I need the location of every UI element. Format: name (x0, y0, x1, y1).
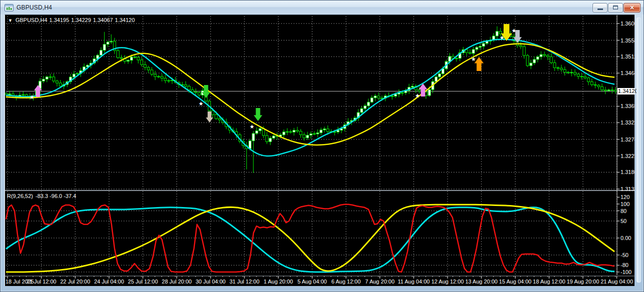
time-axis-label: 19 Aug 20:00 (566, 278, 599, 284)
candle-body (608, 90, 610, 91)
candle-body (476, 48, 478, 50)
candle-body (594, 84, 596, 85)
candle-body (496, 32, 498, 36)
signal-arrow-down (254, 108, 262, 121)
candle-body (391, 96, 394, 96)
price-axis-label: 1.32270 (620, 153, 635, 159)
candle-body (546, 56, 549, 57)
oscillator-yellow-line (6, 204, 614, 272)
candle-body (150, 70, 153, 74)
time-axis-label: 25 Jul 12:00 (128, 278, 158, 284)
close-button[interactable]: × (624, 3, 640, 12)
candle-body (303, 134, 306, 138)
time-axis-label: 28 Jul 20:00 (162, 278, 192, 284)
chart-collapse-icon[interactable]: ▼ (8, 18, 12, 23)
candle-body (574, 72, 576, 74)
candle-body (59, 83, 62, 86)
candle-body (523, 46, 526, 56)
signal-star: ★ (30, 94, 34, 100)
legend-close: 1.34120 (115, 17, 135, 23)
candle-body (614, 90, 617, 92)
time-axis-label: 22 Jul 20:00 (60, 278, 90, 284)
candle-body (364, 106, 366, 109)
time-axis-label: 13 Aug 20:00 (465, 278, 498, 284)
candle-body (533, 60, 536, 63)
time-axis-label: 30 Jul 04:00 (196, 278, 226, 284)
signal-star: ★ (250, 124, 254, 130)
legend-open: 1.34195 (50, 17, 70, 23)
candle-body (256, 130, 258, 133)
candle-body (604, 90, 606, 91)
osc-axis-label: -50 (620, 252, 628, 258)
candle-body (52, 77, 55, 81)
candle-body (580, 76, 583, 77)
restore-button[interactable] (608, 3, 623, 12)
candle-body (56, 81, 58, 83)
candle-body (567, 72, 570, 72)
candle-body (334, 132, 336, 132)
candle-body (479, 46, 482, 48)
candle-body (49, 77, 52, 78)
candle-body (292, 130, 295, 132)
legend-low: 1.34067 (93, 17, 113, 23)
chart-legend: ▼GBPUSD,H41.341951.342291.340671.34120 (8, 17, 137, 23)
candle-body (584, 76, 586, 78)
time-axis-label: 21 Aug 04:00 (600, 278, 633, 284)
candle-body (601, 86, 604, 90)
candle-body (266, 136, 268, 142)
window-titlebar[interactable]: GBPUSD,H4 × (0, 0, 644, 14)
price-axis-label: 1.35580 (620, 38, 635, 44)
price-axis-label: 1.36060 (620, 20, 635, 26)
candle-body (536, 56, 539, 60)
candle-body (326, 129, 329, 132)
chart-client-area: ★★★★★★★1.360601.355801.351101.346401.336… (4, 14, 634, 286)
candle-body (374, 96, 376, 98)
signal-star: ★ (198, 100, 204, 106)
time-axis-label: 5 Aug 04:00 (298, 278, 327, 284)
price-axis-label: 1.31320 (620, 186, 635, 192)
time-axis-label: 1 Aug 20:00 (264, 278, 293, 284)
candle-body (26, 94, 28, 96)
oscillator-label: R(9,26,52)-83.3 -96.0 -37.4 (7, 193, 78, 199)
candle-body (282, 132, 285, 135)
osc-axis-label: 120 (620, 194, 630, 200)
candle-body (310, 134, 312, 135)
candle-body (106, 42, 109, 44)
candle-body (577, 74, 580, 76)
candle-body (272, 136, 275, 138)
candle-body (191, 90, 194, 92)
candle-body (530, 63, 532, 66)
candle-body (110, 41, 112, 42)
candle-body (103, 44, 106, 50)
price-axis-label: 1.34640 (620, 70, 635, 76)
candle-body (140, 60, 143, 64)
candle-body (482, 44, 485, 46)
current-price-tag: 1.34120 (618, 88, 635, 94)
chart-canvas[interactable]: ★★★★★★★1.360601.355801.351101.346401.336… (5, 15, 635, 286)
candle-body (455, 58, 458, 59)
candle-body (418, 90, 420, 91)
time-axis-label: 18 Aug 12:00 (533, 278, 566, 284)
candle-body (46, 77, 48, 80)
candle-body (570, 72, 573, 73)
time-axis-label: 15 Aug 04:00 (499, 278, 532, 284)
minimize-button[interactable] (592, 3, 608, 12)
candle-body (286, 132, 288, 132)
signal-markers: ★★★★★★★ (30, 24, 522, 130)
candle-body (557, 68, 560, 68)
candle-body (22, 94, 24, 95)
time-axis-label: 11 Aug 04:00 (398, 278, 430, 284)
candle-body (543, 54, 546, 56)
candle-body (130, 57, 132, 60)
candle-body (188, 86, 190, 90)
candle-body (127, 60, 130, 62)
osc-axis-label: 0.00 (620, 235, 631, 241)
legend-high: 1.34229 (71, 17, 91, 23)
candle-body (560, 68, 562, 70)
candle-body (411, 86, 414, 87)
candle-body (164, 78, 166, 80)
oscillator-values: -83.3 -96.0 -37.4 (36, 193, 76, 199)
chart-window-icon (4, 4, 14, 12)
signal-star: ★ (415, 92, 420, 98)
candle-body (269, 138, 272, 142)
